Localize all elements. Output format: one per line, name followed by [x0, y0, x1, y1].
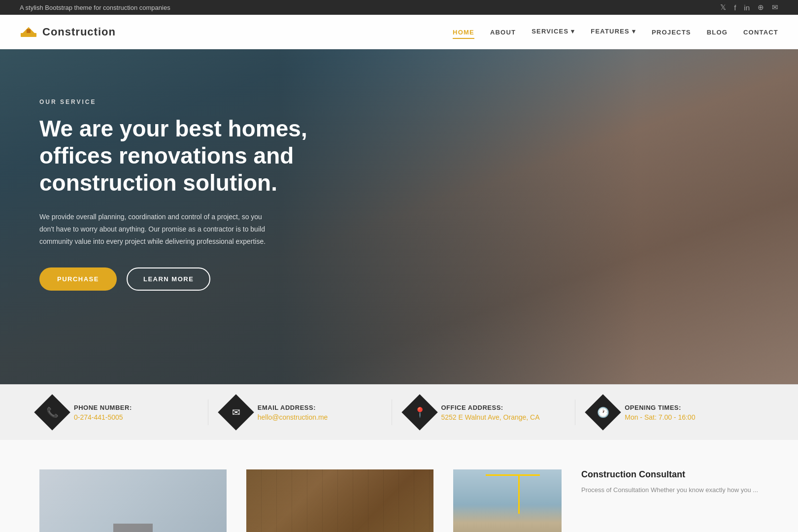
phone-value: 0-274-441-5005	[74, 413, 132, 421]
hero-section: OUR SERVICE We are your best homes, offi…	[0, 49, 798, 384]
nav-link-blog[interactable]: BLOG	[707, 29, 728, 36]
clock-icon: 🕐	[597, 406, 609, 418]
img-placeholder-left	[39, 469, 227, 532]
social-icons: 𝕏 f in ⊕ ✉	[720, 3, 778, 12]
nav-link-features[interactable]: FEATURES ▾	[591, 28, 636, 35]
email-label: EMAIL ADDRESS:	[258, 404, 328, 411]
learn-more-button[interactable]: LEARN MORE	[127, 267, 210, 291]
nav-link-projects[interactable]: PROJECTS	[652, 29, 691, 36]
hours-text: OPENING TIMES: Mon - Sat: 7.00 - 16:00	[625, 404, 695, 421]
address-icon-box: 📍	[401, 394, 438, 431]
globe-icon[interactable]: ⊕	[758, 3, 764, 12]
nav-item-about[interactable]: ABOUT	[490, 28, 516, 36]
nav-item-services[interactable]: SERVICES ▾	[532, 28, 575, 36]
nav-item-blog[interactable]: BLOG	[707, 28, 728, 36]
twitter-icon[interactable]: 𝕏	[720, 3, 726, 12]
hours-value: Mon - Sat: 7.00 - 16:00	[625, 413, 695, 421]
phone-icon: 📞	[46, 406, 59, 418]
logo-icon	[20, 25, 37, 39]
nav-item-home[interactable]: HOME	[453, 28, 474, 36]
info-email: ✉ EMAIL ADDRESS: hello@construction.me	[208, 399, 392, 425]
phone-icon-box: 📞	[34, 394, 70, 431]
info-hours: 🕐 OPENING TIMES: Mon - Sat: 7.00 - 16:00	[575, 399, 759, 425]
address-value: 5252 E Walnut Ave, Orange, CA	[441, 413, 540, 421]
top-bar: A stylish Bootstrap theme for constructi…	[0, 0, 798, 15]
info-phone: 📞 PHONE NUMBER: 0-274-441-5005	[39, 399, 208, 425]
phone-text: PHONE NUMBER: 0-274-441-5005	[74, 404, 132, 421]
info-address: 📍 OFFICE ADDRESS: 5252 E Walnut Ave, Ora…	[392, 399, 576, 425]
hero-title: We are your best homes, offices renovati…	[39, 115, 335, 197]
content-image-right	[453, 469, 562, 532]
hero-description: We provide overall planning, coordinatio…	[39, 211, 276, 248]
content-right-desc: Process of Consultation Whether you know…	[581, 485, 758, 496]
map-pin-icon: 📍	[413, 406, 426, 418]
crane-image	[453, 469, 562, 532]
envelope-icon: ✉	[232, 406, 240, 418]
tagline: A stylish Bootstrap theme for constructi…	[20, 4, 170, 11]
phone-label: PHONE NUMBER:	[74, 404, 132, 411]
navbar: Construction HOME ABOUT SERVICES ▾ FEATU…	[0, 15, 798, 49]
nav-link-about[interactable]: ABOUT	[490, 29, 516, 36]
hours-label: OPENING TIMES:	[625, 404, 695, 411]
logo-link[interactable]: Construction	[20, 25, 116, 39]
address-text: OFFICE ADDRESS: 5252 E Walnut Ave, Orang…	[441, 404, 540, 421]
svg-rect-0	[21, 33, 36, 37]
facebook-icon[interactable]: f	[734, 3, 736, 12]
content-image-left	[39, 469, 227, 532]
content-right-flex: Construction Consultant Process of Consu…	[453, 469, 758, 532]
nav-link-home[interactable]: HOME	[453, 29, 474, 39]
svg-rect-2	[27, 29, 31, 33]
info-strip: 📞 PHONE NUMBER: 0-274-441-5005 ✉ EMAIL A…	[0, 384, 798, 440]
email-icon[interactable]: ✉	[772, 3, 778, 12]
content-image-mid	[246, 469, 433, 532]
hero-subtitle: OUR SERVICE	[39, 99, 335, 105]
email-value: hello@construction.me	[258, 413, 328, 421]
nav-item-contact[interactable]: CONTACT	[743, 28, 778, 36]
email-icon-box: ✉	[218, 394, 254, 431]
nav-item-features[interactable]: FEATURES ▾	[591, 28, 636, 36]
hours-icon-box: 🕐	[585, 394, 621, 431]
email-text: EMAIL ADDRESS: hello@construction.me	[258, 404, 328, 421]
nav-link-services[interactable]: SERVICES ▾	[532, 28, 575, 35]
purchase-button[interactable]: PURCHASE	[39, 267, 117, 291]
nav-links: HOME ABOUT SERVICES ▾ FEATURES ▾ PROJECT…	[453, 28, 778, 36]
content-right-title: Construction Consultant	[581, 469, 758, 480]
nav-link-contact[interactable]: CONTACT	[743, 29, 778, 36]
nav-item-projects[interactable]: PROJECTS	[652, 28, 691, 36]
linkedin-icon[interactable]: in	[744, 3, 750, 12]
hero-buttons: PURCHASE LEARN MORE	[39, 267, 335, 291]
address-label: OFFICE ADDRESS:	[441, 404, 540, 411]
logo-text: Construction	[42, 26, 116, 38]
img-overlay-mid	[246, 469, 433, 532]
hero-content: OUR SERVICE We are your best homes, offi…	[39, 99, 335, 291]
content-section: Construction Consultant Process of Consu…	[0, 440, 798, 532]
content-right-block: Construction Consultant Process of Consu…	[571, 469, 758, 496]
